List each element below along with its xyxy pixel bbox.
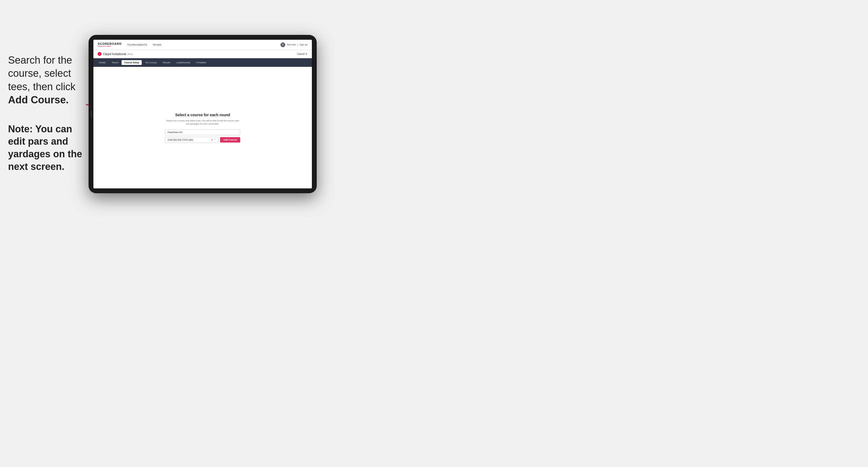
course-setup-card: Select a course for each round Search fo… [165, 113, 240, 143]
tablet-device: SCOREBOARD Powered by clippd TOURNAMENTS… [89, 35, 317, 193]
annotation-note4: next screen. [8, 161, 64, 172]
tee-chevron-icon[interactable]: ⌃ [214, 138, 216, 141]
logo-subtitle: Powered by clippd [98, 45, 122, 47]
top-navbar: SCOREBOARD Powered by clippd TOURNAMENTS… [93, 40, 312, 50]
main-content: Select a course for each round Search fo… [93, 67, 312, 188]
separator: | [298, 43, 298, 46]
user-avatar: T [280, 42, 285, 47]
tournament-title: C Clippd Invitational (Men) [98, 52, 133, 56]
app-logo: SCOREBOARD Powered by clippd [98, 42, 122, 47]
user-name: Test User [287, 43, 296, 46]
tab-details[interactable]: Details [96, 60, 108, 65]
annotation-line2: course, select [8, 68, 71, 79]
nav-teams[interactable]: TEAMS [152, 43, 162, 46]
tee-select-value: Gold (M) (M) (7010 yds) [167, 138, 193, 141]
annotation-note1: Note: You can [8, 123, 72, 134]
tee-select-controls: ✕ ⌃ [211, 138, 216, 141]
navbar-right: T Test User | Sign out [280, 42, 308, 47]
tee-clear-icon[interactable]: ✕ [211, 138, 213, 141]
annotation-line1: Search for the [8, 55, 72, 66]
annotation-note2: edit pars and [8, 136, 68, 147]
annotation-text: Search for the course, select tees, then… [8, 54, 86, 173]
logo-title: SCOREBOARD [98, 42, 122, 45]
annotation-bold: Add Course. [8, 94, 69, 105]
tablet-screen: SCOREBOARD Powered by clippd TOURNAMENTS… [93, 40, 312, 188]
sign-out-link[interactable]: Sign out [300, 43, 308, 46]
tournament-logo: C [98, 52, 101, 56]
tournament-name: Clippd Invitational [103, 52, 126, 56]
nav-tournaments[interactable]: TOURNAMENTS [127, 43, 147, 46]
navbar-left: SCOREBOARD Powered by clippd TOURNAMENTS… [98, 42, 162, 47]
course-section-description: Search for a course and select a tee. Yo… [165, 119, 240, 126]
course-search-input[interactable] [165, 129, 240, 135]
tournament-badge: (Men) [127, 53, 133, 55]
add-course-button[interactable]: Add Course [220, 137, 240, 143]
sub-navigation: Details Teams Course Setup Tee Groups Re… [93, 58, 312, 67]
tab-results[interactable]: Results [160, 60, 173, 65]
annotation-note3: yardages on the [8, 148, 82, 159]
tab-tee-groups[interactable]: Tee Groups [142, 60, 159, 65]
tee-select-row: Gold (M) (M) (7010 yds) ✕ ⌃ Add Course [165, 137, 240, 143]
tab-teams[interactable]: Teams [109, 60, 121, 65]
tee-select-dropdown[interactable]: Gold (M) (M) (7010 yds) ✕ ⌃ [165, 137, 218, 143]
tab-course-setup[interactable]: Course Setup [122, 60, 142, 65]
annotation-line3: tees, then click [8, 81, 75, 92]
cancel-button[interactable]: Cancel ✕ [297, 53, 308, 55]
tournament-header: C Clippd Invitational (Men) Cancel ✕ [93, 50, 312, 58]
course-section-title: Select a course for each round [165, 113, 240, 117]
tab-printables[interactable]: Printables [193, 60, 209, 65]
power-button[interactable] [91, 111, 92, 117]
tab-leaderboards[interactable]: Leaderboards [174, 60, 193, 65]
